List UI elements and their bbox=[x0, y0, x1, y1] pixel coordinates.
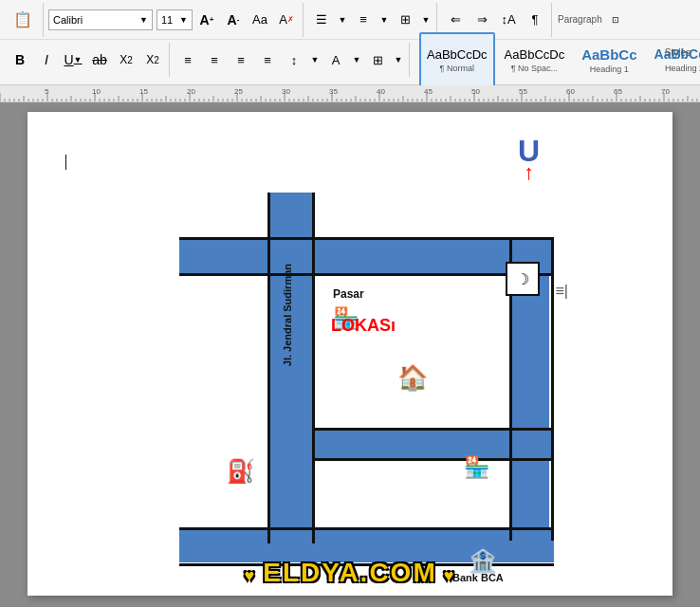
clipboard-btn[interactable]: 📋 bbox=[8, 8, 38, 32]
borders-dropdown[interactable]: ▼ bbox=[392, 47, 405, 72]
underline-btn[interactable]: U▼ bbox=[61, 47, 85, 72]
borders-btn[interactable]: ⊞ bbox=[365, 47, 390, 72]
document-area: U ↑ Pasar 🏪 ☽ LOKASı 🏠 Jl. Jendral Sudir… bbox=[0, 102, 700, 607]
sort-btn[interactable]: ↕A bbox=[496, 8, 521, 32]
subscript-btn[interactable]: X2 bbox=[114, 47, 138, 72]
eldya-watermark: ELDYA.COM bbox=[245, 558, 456, 588]
style-h2-label: Heading 2 bbox=[665, 64, 700, 73]
multilevel-btn[interactable]: ⊞ bbox=[393, 8, 417, 32]
style-nospace-btn[interactable]: AaBbCcDc ¶ No Spac... bbox=[497, 32, 573, 87]
pasar-label: Pasar bbox=[333, 287, 364, 301]
gas-station-icon: ⛽ bbox=[227, 458, 255, 485]
lokasi-label: LOKASı bbox=[331, 316, 396, 336]
cursor-symbol: ≡| bbox=[556, 283, 569, 300]
font-size-selector[interactable]: 11 ▼ bbox=[157, 9, 193, 30]
north-arrow-symbol: ↑ bbox=[524, 162, 534, 183]
align-center-btn[interactable]: ≡ bbox=[202, 47, 227, 72]
document-page: U ↑ Pasar 🏪 ☽ LOKASı 🏠 Jl. Jendral Sudir… bbox=[28, 112, 672, 596]
street-label: Jl. Jendral Sudirman bbox=[282, 264, 293, 366]
road-border-1 bbox=[179, 237, 554, 240]
change-case-btn[interactable]: Aa bbox=[248, 8, 272, 32]
font-group: 📋 Calibri ▼ 11 ▼ A+ A- Aa A✗ bbox=[4, 3, 304, 37]
ruler-canvas bbox=[0, 85, 700, 102]
bold-btn[interactable]: B bbox=[8, 47, 32, 72]
cursor-indicator: ≡| bbox=[556, 283, 569, 300]
north-indicator: U ↑ bbox=[518, 136, 540, 183]
bullets-dropdown[interactable]: ▼ bbox=[336, 8, 349, 32]
underline-dropdown: ▼ bbox=[74, 55, 83, 64]
style-h1-label: Heading 1 bbox=[590, 64, 629, 74]
road-border-7 bbox=[312, 428, 552, 431]
road-border-4 bbox=[312, 193, 315, 543]
strikethrough-btn[interactable]: ab bbox=[87, 47, 112, 72]
align-group: ≡ ≡ ≡ ≡ ↕ ▼ A ▼ ⊞ ▼ bbox=[172, 43, 410, 77]
list-group: ☰ ▼ ≡ ▼ ⊞ ▼ bbox=[305, 3, 437, 37]
font-dropdown-icon[interactable]: ▼ bbox=[139, 15, 148, 25]
font-size-dropdown-icon[interactable]: ▼ bbox=[179, 15, 188, 25]
house-icon: 🏠 bbox=[397, 363, 428, 393]
bank-icon: 🏦 bbox=[469, 548, 497, 575]
road-border-2 bbox=[179, 273, 554, 276]
numbering-btn[interactable]: ≡ bbox=[351, 8, 376, 32]
road-border-8 bbox=[312, 458, 552, 461]
road-border-6 bbox=[551, 237, 554, 541]
style-nospace-label: ¶ No Spac... bbox=[511, 64, 558, 73]
style-h1-preview: AaBbCc bbox=[581, 46, 636, 63]
road-horizontal-top bbox=[179, 240, 554, 273]
road-border-9 bbox=[179, 527, 554, 530]
decrease-indent-btn[interactable]: ⇐ bbox=[443, 8, 468, 32]
mosque-box: ☽ bbox=[506, 262, 540, 296]
show-para-btn[interactable]: ¶ bbox=[523, 8, 547, 32]
style-h1-btn[interactable]: AaBbCc Heading 1 bbox=[574, 32, 644, 87]
numbering-dropdown[interactable]: ▼ bbox=[378, 8, 391, 32]
paragraph-label: Paragraph bbox=[558, 14, 602, 25]
font-name-value: Calibri bbox=[53, 14, 83, 26]
increase-indent-btn[interactable]: ⇒ bbox=[470, 8, 494, 32]
bullets-btn[interactable]: ☰ bbox=[309, 8, 334, 32]
style-nospace-preview: AaBbCcDc bbox=[505, 47, 565, 62]
shrink-font-btn[interactable]: A- bbox=[221, 8, 246, 32]
ruler bbox=[0, 85, 700, 102]
font-size-value: 11 bbox=[161, 14, 173, 26]
toolbar: 📋 Calibri ▼ 11 ▼ A+ A- Aa A✗ ☰ ▼ ≡ ▼ ⊞ ▼ bbox=[0, 0, 700, 85]
mosque-symbol: ☽ bbox=[516, 270, 529, 288]
font-name-selector[interactable]: Calibri ▼ bbox=[48, 9, 153, 30]
style-h2-btn[interactable]: AaBbCcE Heading 2 bbox=[647, 32, 700, 87]
styles-section-label: Styles bbox=[665, 47, 691, 58]
grow-font-btn[interactable]: A+ bbox=[194, 8, 219, 32]
clear-format-btn[interactable]: A✗ bbox=[274, 8, 299, 32]
line-spacing-dropdown[interactable]: ▼ bbox=[308, 47, 322, 72]
shading-btn[interactable]: A bbox=[323, 47, 348, 72]
shading-dropdown[interactable]: ▼ bbox=[350, 47, 363, 72]
toolbar-row2: B I U▼ ab X2 X2 ≡ ≡ ≡ ≡ ↕ ▼ A ▼ ⊞ ▼ AaBb… bbox=[0, 40, 700, 80]
format-group: B I U▼ ab X2 X2 bbox=[4, 43, 170, 77]
style-normal-btn[interactable]: AaBbCcDc ¶ Normal bbox=[419, 32, 495, 87]
style-normal-preview: AaBbCcDc bbox=[427, 47, 488, 62]
line-spacing-btn[interactable]: ↕ bbox=[282, 47, 306, 72]
style-normal-label: ¶ Normal bbox=[440, 64, 474, 73]
map-container: U ↑ Pasar 🏪 ☽ LOKASı 🏠 Jl. Jendral Sudir… bbox=[103, 131, 597, 539]
paragraph-expand-btn[interactable]: ⊡ bbox=[608, 12, 623, 28]
justify-btn[interactable]: ≡ bbox=[255, 47, 280, 72]
multilevel-dropdown[interactable]: ▼ bbox=[419, 8, 433, 32]
align-right-btn[interactable]: ≡ bbox=[229, 47, 253, 72]
styles-section: AaBbCcDc ¶ Normal AaBbCcDc ¶ No Spac... … bbox=[419, 32, 700, 87]
superscript-btn[interactable]: X2 bbox=[140, 47, 165, 72]
italic-btn[interactable]: I bbox=[34, 47, 59, 72]
market-right-icon: 🏪 bbox=[464, 455, 489, 480]
road-border-3 bbox=[267, 193, 270, 543]
align-left-btn[interactable]: ≡ bbox=[175, 47, 200, 72]
divider1 bbox=[43, 3, 44, 37]
text-cursor bbox=[65, 155, 66, 170]
